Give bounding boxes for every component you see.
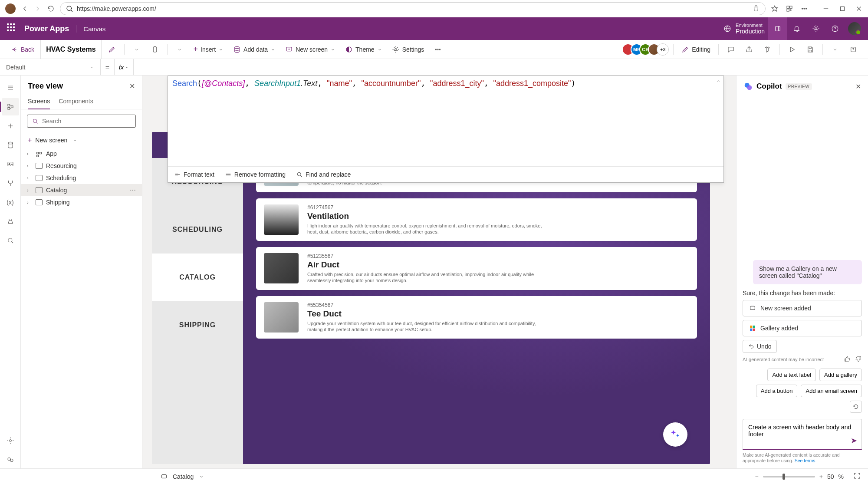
refresh-suggestions-icon[interactable] <box>850 401 862 413</box>
notifications-icon[interactable] <box>787 17 806 40</box>
rail-variables-icon[interactable]: (x) <box>2 194 19 211</box>
remove-formatting-button[interactable]: Remove formatting <box>225 171 286 178</box>
copilot-undo-button[interactable]: Undo <box>743 340 777 353</box>
paste-icon[interactable] <box>147 42 163 57</box>
nav-item-scheduling[interactable]: SCHEDULING <box>152 206 243 254</box>
comments-icon[interactable] <box>723 42 739 57</box>
copilot-close-icon[interactable]: ✕ <box>855 82 861 91</box>
property-selector[interactable]: Default <box>0 59 101 75</box>
tree-item-resourcing[interactable]: ›Resourcing <box>21 160 142 172</box>
tree-search-input[interactable] <box>42 118 131 125</box>
environment-picker[interactable]: Environment Production <box>723 23 765 35</box>
chevron-down-icon[interactable] <box>129 42 145 57</box>
theme-button[interactable]: Theme <box>342 44 386 55</box>
maximize-icon[interactable] <box>838 5 846 13</box>
copilot-fab[interactable] <box>663 422 687 447</box>
zoom-out-icon[interactable]: − <box>755 473 759 480</box>
rail-tests-icon[interactable] <box>2 213 19 230</box>
tree-item-scheduling[interactable]: ›Scheduling <box>21 172 142 184</box>
save-icon[interactable] <box>802 42 818 57</box>
copilot-input[interactable]: ➤ <box>743 419 862 450</box>
rail-media-icon[interactable] <box>2 155 19 173</box>
tree-close-icon[interactable]: ✕ <box>129 82 135 90</box>
formula-text[interactable]: Search([@Contacts], SearchInput1.Text, "… <box>168 76 723 166</box>
settings-button[interactable]: Settings <box>388 44 428 55</box>
address-bar[interactable] <box>60 2 766 15</box>
fx-button[interactable]: fx <box>115 59 134 75</box>
find-replace-button[interactable]: Find and replace <box>296 171 351 178</box>
rail-tree-icon[interactable] <box>2 98 19 115</box>
zoom-in-icon[interactable]: + <box>819 473 823 480</box>
forward-icon[interactable] <box>34 5 42 13</box>
copilot-action-new-screen[interactable]: New screen added <box>743 300 862 316</box>
thumbs-up-icon[interactable] <box>844 356 851 363</box>
publish-icon[interactable] <box>845 42 861 57</box>
share-icon[interactable] <box>741 42 757 57</box>
checker-icon[interactable] <box>760 42 775 57</box>
formula-editor[interactable]: Search([@Contacts], SearchInput1.Text, "… <box>168 76 724 183</box>
rail-data-icon[interactable] <box>2 136 19 154</box>
chevron-down-icon[interactable] <box>827 42 843 57</box>
settings-icon[interactable] <box>806 17 825 40</box>
close-icon[interactable] <box>855 5 863 13</box>
minimize-icon[interactable] <box>822 5 830 13</box>
suggestion-chip[interactable]: Add an email screen <box>801 385 862 397</box>
add-data-button[interactable]: Add data <box>230 44 279 55</box>
nav-item-shipping[interactable]: SHIPPING <box>152 301 243 349</box>
profile-avatar[interactable] <box>5 3 16 14</box>
tab-screens[interactable]: Screens <box>28 94 50 109</box>
insert-button[interactable]: + Insert <box>190 43 227 56</box>
nav-item-catalog[interactable]: CATALOG <box>152 254 243 301</box>
tree-item-app[interactable]: ›App <box>21 148 142 160</box>
tree-item-catalog[interactable]: ›Catalog⋯ <box>21 184 142 196</box>
chevron-down-icon[interactable] <box>172 42 187 57</box>
tree-search[interactable] <box>27 115 136 128</box>
thumbs-down-icon[interactable] <box>855 356 862 363</box>
back-icon[interactable] <box>21 5 29 13</box>
suggestion-chip[interactable]: Add a button <box>756 385 798 397</box>
more-icon[interactable] <box>800 5 808 13</box>
rail-flows-icon[interactable] <box>2 175 19 192</box>
zoom-slider[interactable] <box>763 476 815 477</box>
suggestion-chip[interactable]: Add a text label <box>767 369 816 381</box>
tree-item-shipping[interactable]: ›Shipping <box>21 196 142 208</box>
fit-screen-icon[interactable] <box>853 472 861 481</box>
tab-components[interactable]: Components <box>59 94 93 109</box>
rail-hamburger-icon[interactable] <box>2 79 19 96</box>
help-icon[interactable] <box>825 17 845 40</box>
rail-ask-icon[interactable] <box>2 451 19 468</box>
favorites-icon[interactable] <box>771 5 779 13</box>
rail-insert-icon[interactable] <box>2 117 19 135</box>
copilot-action-gallery[interactable]: Gallery added <box>743 320 862 336</box>
shopping-icon[interactable] <box>752 5 760 13</box>
play-icon[interactable] <box>784 42 800 57</box>
url-input[interactable] <box>77 5 749 12</box>
collections-icon[interactable] <box>786 5 793 13</box>
refresh-icon[interactable] <box>47 5 55 13</box>
edit-icon[interactable] <box>104 42 120 57</box>
rail-search-icon[interactable] <box>2 232 19 249</box>
copilot-textarea[interactable] <box>748 424 856 443</box>
back-button[interactable]: Back <box>7 44 38 55</box>
overflow-icon[interactable] <box>430 42 446 57</box>
suggestion-chip[interactable]: Add a gallery <box>819 369 862 381</box>
see-terms-link[interactable]: See terms <box>795 458 815 463</box>
svg-rect-1 <box>787 6 789 8</box>
item-more-icon[interactable]: ⋯ <box>130 187 136 194</box>
catalog-card[interactable]: #55354567Tee DuctUpgrade your ventilatio… <box>256 296 697 339</box>
copilot-toggle-icon[interactable] <box>768 17 787 40</box>
presence-more[interactable]: +3 <box>657 43 669 56</box>
presence-stack[interactable]: MP CB +3 <box>625 43 669 56</box>
tree-new-screen[interactable]: + New screen <box>21 133 142 148</box>
user-avatar[interactable] <box>848 22 861 35</box>
rail-settings-icon[interactable] <box>2 432 19 449</box>
app-launcher-icon[interactable] <box>7 23 17 34</box>
collapse-formula-icon[interactable] <box>716 78 721 86</box>
new-screen-button[interactable]: New screen <box>282 44 339 55</box>
catalog-card[interactable]: #51235567Air DuctCrafted with precision,… <box>256 247 697 290</box>
catalog-card[interactable]: #61274567VentilationHigh indoor air qual… <box>256 198 697 241</box>
format-text-button[interactable]: Format text <box>174 171 214 178</box>
send-icon[interactable]: ➤ <box>851 436 857 445</box>
chevron-down-icon[interactable] <box>199 474 204 479</box>
editing-button[interactable]: Editing <box>678 44 714 55</box>
